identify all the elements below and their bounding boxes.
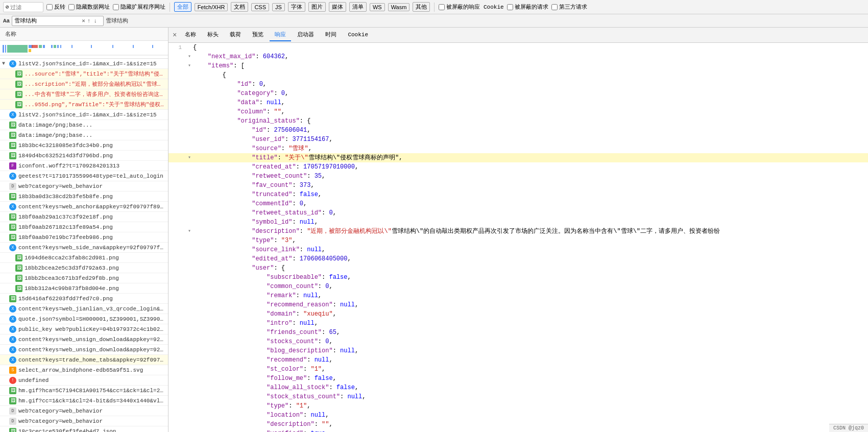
filter-input[interactable] [10,4,41,10]
json-line: "data": null, [168,98,868,107]
filter-input-wrap[interactable]: ⊘ [3,2,43,12]
list-item[interactable]: 🖼data:image/png;base... [0,130,168,140]
blocked-cookie-checkbox[interactable] [439,4,445,10]
expand-arrow[interactable]: ▾ [186,227,193,236]
request-name: 18bb2bcea3c671b3fed29f8b.png [25,275,166,281]
list-item[interactable]: 🖼...scription":"近期，被部分金融机构冠以"雪球结构"的自... [0,79,168,89]
filter-img-button[interactable]: 图片 [308,2,326,12]
tab-Cookie[interactable]: Cookie [343,30,373,41]
list-item[interactable]: Xcontent?keys=web_unsign_download&appkey… [0,334,168,345]
list-item[interactable]: Xcontent?keys=web_side_nav&appkey=92f097… [0,243,168,253]
filter-fetch-xhr-button[interactable]: Fetch/XHR [195,3,228,11]
filter-ws-button[interactable]: WS [370,3,385,11]
list-item[interactable]: Xcontent?keys=web_jianlian_v3_qrcode_log… [0,304,168,314]
json-content: "remark": null, [193,291,866,300]
tab-名称[interactable]: 名称 [180,29,201,41]
list-item[interactable]: 🖼18bf0aab07e19bc73feeb986.png [0,232,168,243]
close-detail-button[interactable]: × [171,31,179,39]
list-item[interactable]: 🖼...source":"雪球","title":"关于"雪球结构"侵权雪球商标… [0,69,168,79]
filter-css-button[interactable]: CSS [251,3,269,11]
json-line: "allow_all_stock": false, [168,383,868,392]
list-item[interactable]: 🖼1849d4bc6325214d3fd796bd.png [0,151,168,161]
filter-media-button[interactable]: 媒体 [329,2,346,12]
search-input-wrap[interactable]: ✕ ↑ ↓ [12,16,104,26]
request-name: 1694d6e8cca2c3fab8c2d981.png [25,255,166,261]
list-item[interactable]: Dweb?category=web_behavior [0,406,168,416]
prev-result-button[interactable]: ↑ [86,18,92,24]
expand-arrow[interactable]: ▾ [186,52,193,61]
img-type-icon: 🖼 [15,254,22,261]
list-item[interactable]: Xcontent?keys=web_unsign_download&appkey… [0,345,168,355]
list-item[interactable]: 🖼18c3cec1ce530fef3fe4b4d7.json [0,426,168,432]
third-party-label[interactable]: 第三方请求 [551,3,587,11]
list-item[interactable]: 🖼hm.gif?hca=5C7194C81A901754&cc=1&ck=1&c… [0,386,168,396]
blocked-cookie-label[interactable]: 被屏蔽的响应 Cookie [439,3,503,11]
json-content: "title": "关于\"雪球结构\"侵权雪球商标的声明", [193,153,866,162]
search-query: 雪球结构 [106,17,128,25]
filter-font-button[interactable]: 字体 [288,2,305,12]
list-item[interactable]: Xcontent?keys=trade_home_tabs&appkey=92f… [0,355,168,365]
filter-js-button[interactable]: JS [272,3,285,11]
line-number [171,236,186,245]
tab-时间[interactable]: 时间 [320,29,342,41]
list-item[interactable]: 🖼18b3bc4c3218085e3fdc34b0.png [0,140,168,151]
filter-wasm-button[interactable]: Wasm [388,3,410,11]
list-item[interactable]: ▼XlistV2.json?since_id=-1&max_id=-1&size… [0,59,168,69]
list-item[interactable]: 🖼hm.gif?cc=1&ck=1&cl=24-bit&ds=3440x1440… [0,396,168,406]
filter-clear-button[interactable]: 清单 [349,2,367,12]
list-item[interactable]: Dweb?category=web_behavior [0,181,168,191]
clear-search-icon[interactable]: ✕ [82,17,85,24]
reverse-checkbox-label[interactable]: 反转 [46,3,65,11]
list-item[interactable]: Xcontent?keys=web_anchor&appkey=92f09797… [0,202,168,212]
blocked-req-checkbox[interactable] [507,4,513,10]
list-item[interactable]: 🖼18b3ba0d3c38cd2b3fe5b8fe.png [0,191,168,202]
line-number [171,135,186,144]
left-panel: 名称 [0,28,168,432]
request-name: content?keys=web_side_nav&appkey=92f0979… [18,245,166,251]
list-item[interactable]: Xquote.json?symbol=SH000001,SZ399001,SZ3… [0,314,168,324]
list-item[interactable]: 🖼...955d.png","rawTitle":"关于"雪球结构"侵权雪球商标… [0,100,168,110]
tab-启动器[interactable]: 启动器 [292,29,319,41]
list-item[interactable]: XlistV2.json?since_id=-1&max_id=-1&size=… [0,110,168,120]
hide-data-urls-label[interactable]: 隐藏数据网址 [68,3,110,11]
tab-载荷[interactable]: 载荷 [225,29,246,41]
third-party-checkbox[interactable] [551,4,558,10]
filter-all-button[interactable]: 全部 [174,2,191,12]
list-item[interactable]: 🖼18bf0aab267182c13fe89a54.png [0,222,168,232]
list-item[interactable]: 🖼18bb312a4c99b873fb8d004e.png [0,283,168,294]
json-line: "retweet_count": 35, [168,172,868,181]
tab-响应[interactable]: 响应 [270,29,291,41]
hide-data-urls-checkbox[interactable] [68,4,75,10]
next-result-button[interactable]: ↓ [92,18,98,24]
list-item[interactable]: Xgeetest?t=17101735599648type=tel_auto_l… [0,171,168,181]
request-name: content?keys=web_unsign_download&appkey=… [18,347,166,353]
json-content: "retweet_status_id": 0, [193,208,866,218]
expand-icon[interactable]: ▼ [2,61,9,66]
blocked-req-label[interactable]: 被屏蔽的请求 [507,3,548,11]
list-item[interactable]: 🖼18bf0aab29a1c37c3f92e18f.png [0,212,168,222]
line-number [171,107,186,116]
list-item[interactable]: 🖼18bb2bcea2e5c3d3fd792a63.png [0,263,168,273]
json-content: "subscribeable": false, [193,273,866,282]
search-input[interactable] [14,18,81,24]
reverse-checkbox[interactable] [46,4,53,10]
list-item[interactable]: 🖼1694d6e8cca2c3fab8c2d981.png [0,253,168,263]
list-item[interactable]: Ficonfont.woff2?t=1709284201313 [0,161,168,171]
list-item[interactable]: 🖼18bb2bcea3c671b3fed29f8b.png [0,273,168,283]
list-item[interactable]: Xpublic_key web?publicKey=04b1979372c4c1… [0,324,168,334]
list-item[interactable]: 🖼...中含有"雪球"二字，请多用户、投资者纷纷咨询这种"雪... [0,89,168,100]
filter-doc-button[interactable]: 文档 [231,2,248,12]
list-item[interactable]: !undefined [0,375,168,386]
list-item[interactable]: 🖼data:image/png;base... [0,120,168,130]
tab-标头[interactable]: 标头 [202,29,224,41]
expand-arrow[interactable]: ▾ [186,61,193,70]
list-item[interactable]: Sselect_arrow_bindphone-edb65a9f51.svg [0,365,168,375]
hide-ext-checkbox[interactable] [113,4,119,10]
list-item[interactable]: 🖼15d6416af62203fdd7fed7c0.png [0,294,168,304]
tab-预览[interactable]: 预览 [247,29,269,41]
expand-arrow[interactable]: ▾ [186,153,193,162]
list-item[interactable]: Dweb?category=web_behavior [0,416,168,426]
expand-arrow [186,89,193,98]
hide-ext-label[interactable]: 隐藏扩展程序网址 [113,3,165,11]
filter-other-button[interactable]: 其他 [413,2,430,12]
